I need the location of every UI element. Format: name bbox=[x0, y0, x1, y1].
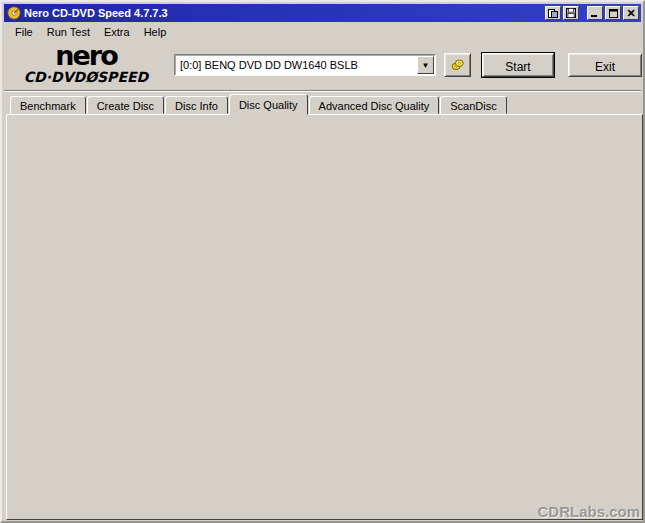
close-button[interactable]: ✕ bbox=[623, 6, 639, 20]
toolbar: nero CD·DVDØSPEED [0:0] BENQ DVD DD DW16… bbox=[4, 42, 641, 89]
disc-tray-icon bbox=[451, 57, 464, 73]
tab-benchmark[interactable]: Benchmark bbox=[10, 96, 86, 114]
exit-button[interactable]: Exit bbox=[568, 53, 642, 77]
cdrlabs-watermark: CDRLabs.com bbox=[537, 503, 640, 520]
menu-run-test[interactable]: Run Test bbox=[40, 24, 97, 40]
save-button[interactable] bbox=[563, 6, 579, 20]
nero-logo: nero CD·DVDØSPEED bbox=[16, 42, 156, 84]
app-window: Nero CD-DVD Speed 4.7.7.3 ✕ File Run Tes… bbox=[0, 0, 645, 523]
title-bar: Nero CD-DVD Speed 4.7.7.3 ✕ bbox=[4, 4, 641, 22]
drive-select[interactable]: [0:0] BENQ DVD DD DW1640 BSLB ▼ bbox=[174, 54, 436, 76]
eject-disc-button[interactable] bbox=[444, 53, 471, 77]
menu-bar: File Run Test Extra Help bbox=[4, 23, 641, 41]
floppy-icon bbox=[566, 8, 576, 18]
report-window-button[interactable] bbox=[545, 6, 561, 20]
tab-disc-info[interactable]: Disc Info bbox=[165, 96, 228, 114]
menu-extra[interactable]: Extra bbox=[97, 24, 137, 40]
minimize-icon bbox=[591, 9, 599, 17]
cdspeed-logo-text: CD·DVDØSPEED bbox=[16, 70, 156, 84]
nero-logo-text: nero bbox=[16, 42, 156, 69]
toolbar-separator bbox=[4, 90, 641, 92]
maximize-icon bbox=[609, 9, 618, 18]
tab-bar: Benchmark Create Disc Disc Info Disc Qua… bbox=[10, 93, 508, 114]
tab-scandisc[interactable]: ScanDisc bbox=[440, 96, 506, 114]
disc-quality-panel bbox=[6, 114, 643, 520]
menu-file[interactable]: File bbox=[8, 24, 40, 40]
drive-select-value: [0:0] BENQ DVD DD DW1640 BSLB bbox=[175, 59, 417, 71]
start-button[interactable]: Start bbox=[482, 53, 554, 77]
tab-create-disc[interactable]: Create Disc bbox=[87, 96, 164, 114]
minimize-button[interactable] bbox=[587, 6, 603, 20]
drive-select-dropdown-button[interactable]: ▼ bbox=[417, 56, 434, 74]
menu-help[interactable]: Help bbox=[137, 24, 174, 40]
app-icon bbox=[7, 6, 21, 20]
tab-disc-quality[interactable]: Disc Quality bbox=[229, 94, 308, 115]
report-icon bbox=[548, 9, 558, 18]
tab-advanced-disc-quality[interactable]: Advanced Disc Quality bbox=[309, 96, 440, 114]
maximize-button[interactable] bbox=[605, 6, 621, 20]
window-title: Nero CD-DVD Speed 4.7.7.3 bbox=[24, 7, 543, 19]
